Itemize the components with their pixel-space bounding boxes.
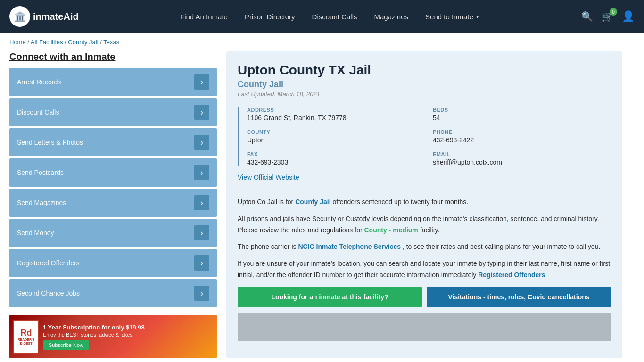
breadcrumb-home[interactable]: Home	[9, 39, 26, 46]
beds-value: 54	[433, 114, 611, 122]
facility-type: County Jail	[238, 80, 611, 90]
sidebar-item-send-postcards[interactable]: Send Postcards ›	[9, 158, 217, 187]
action-buttons: Looking for an inmate at this facility? …	[238, 287, 611, 307]
sidebar-arrow-second-chance-jobs: ›	[194, 286, 209, 301]
header: 🏛️ inmateAid Find An Inmate Prison Direc…	[0, 0, 644, 33]
address-label: ADDRESS	[247, 107, 425, 113]
sidebar-menu: Arrest Records › Discount Calls › Send L…	[9, 68, 217, 307]
ad-subscribe-button[interactable]: Subscribe Now	[43, 340, 89, 350]
breadcrumb-texas[interactable]: Texas	[103, 39, 119, 46]
breadcrumb-all-facilities[interactable]: All Facilities	[31, 39, 63, 46]
email-value: sheriff@upton.cotx.com	[433, 158, 611, 166]
header-actions: 🔍 🛒 0 👤	[581, 10, 635, 23]
description-2: All prisons and jails have Security or C…	[238, 214, 611, 236]
sidebar-arrow-send-magazines: ›	[194, 195, 209, 210]
looking-for-inmate-button[interactable]: Looking for an inmate at this facility?	[238, 287, 422, 307]
sidebar-arrow-arrest-records: ›	[194, 74, 209, 90]
sidebar-item-registered-offenders[interactable]: Registered Offenders ›	[9, 249, 217, 277]
email-label: EMAIL	[433, 151, 611, 157]
sidebar-item-send-magazines[interactable]: Send Magazines ›	[9, 189, 217, 217]
info-divider	[238, 189, 611, 189]
nav-discount-calls[interactable]: Discount Calls	[312, 13, 357, 21]
sidebar-label-send-postcards: Send Postcards	[17, 169, 64, 176]
ad-rd-icon: Rd READER'S DIGEST	[13, 320, 39, 354]
county-medium-link[interactable]: County - medium	[364, 226, 418, 234]
bottom-preview-section	[238, 313, 611, 341]
description-1: Upton Co Jail is for County Jail offende…	[238, 197, 611, 208]
visitations-button[interactable]: Visitations - times, rules, Covid cancel…	[427, 287, 611, 307]
sidebar-label-send-magazines: Send Magazines	[17, 199, 66, 206]
logo[interactable]: 🏛️ inmateAid	[9, 6, 79, 27]
facility-descriptions: Upton Co Jail is for County Jail offende…	[238, 197, 611, 281]
logo-icon: 🏛️	[9, 6, 30, 27]
registered-offenders-link[interactable]: Registered Offenders	[478, 271, 545, 279]
view-official-website-link[interactable]: View Official Website	[238, 173, 299, 181]
address-value: 1106 Grand St, Rankin, TX 79778	[247, 114, 425, 122]
phone-label: PHONE	[433, 129, 611, 135]
main-layout: Connect with an Inmate Arrest Records › …	[0, 51, 632, 362]
nav-find-inmate[interactable]: Find An Inmate	[180, 13, 228, 21]
sidebar-arrow-discount-calls: ›	[194, 105, 209, 120]
breadcrumb: Home / All Facilities / County Jail / Te…	[0, 33, 644, 51]
sidebar-label-registered-offenders: Registered Offenders	[17, 259, 80, 267]
nav-send-to-inmate[interactable]: Send to Inmate ▼	[425, 13, 480, 21]
county-value: Upton	[247, 136, 425, 144]
logo-text: inmateAid	[33, 11, 79, 22]
county-label: COUNTY	[247, 129, 425, 135]
fax-label: FAX	[247, 151, 425, 157]
ncic-link[interactable]: NCIC Inmate Telephone Services	[298, 243, 401, 250]
connect-title: Connect with an Inmate	[9, 51, 217, 62]
main-nav: Find An Inmate Prison Directory Discount…	[88, 13, 572, 21]
ad-subtext: Enjoy the BEST stories, advice & jokes!	[43, 332, 145, 337]
beds-label: BEDS	[433, 107, 611, 113]
ad-text-block: 1 Year Subscription for only $19.98 Enjo…	[43, 324, 145, 350]
facility-content: Upton County TX Jail County Jail Last Up…	[226, 51, 622, 358]
email-block: EMAIL sheriff@upton.cotx.com	[433, 151, 611, 166]
ad-headline: 1 Year Subscription for only $19.98	[43, 324, 145, 331]
sidebar: Connect with an Inmate Arrest Records › …	[9, 51, 217, 358]
description-4: If you are unsure of your inmate's locat…	[238, 258, 611, 281]
sidebar-label-send-letters: Send Letters & Photos	[17, 139, 83, 146]
sidebar-arrow-send-letters: ›	[194, 135, 209, 150]
ad-banner[interactable]: Rd READER'S DIGEST 1 Year Subscription f…	[9, 315, 217, 358]
sidebar-arrow-send-postcards: ›	[194, 165, 209, 180]
description-3: The phone carrier is NCIC Inmate Telepho…	[238, 241, 611, 253]
user-icon[interactable]: 👤	[622, 10, 635, 23]
cart-badge: 0	[610, 8, 617, 16]
sidebar-item-arrest-records[interactable]: Arrest Records ›	[9, 68, 217, 96]
county-block: COUNTY Upton	[247, 129, 425, 144]
address-block: ADDRESS 1106 Grand St, Rankin, TX 79778	[247, 107, 425, 122]
facility-info-grid: ADDRESS 1106 Grand St, Rankin, TX 79778 …	[238, 107, 611, 166]
facility-last-updated: Last Updated: March 18, 2021	[238, 90, 611, 98]
breadcrumb-county-jail[interactable]: County Jail	[68, 39, 98, 46]
phone-value: 432-693-2422	[433, 136, 611, 144]
sidebar-item-discount-calls[interactable]: Discount Calls ›	[9, 98, 217, 126]
sidebar-item-send-letters[interactable]: Send Letters & Photos ›	[9, 128, 217, 156]
sidebar-arrow-registered-offenders: ›	[194, 255, 209, 271]
fax-block: FAX 432-693-2303	[247, 151, 425, 166]
sidebar-arrow-send-money: ›	[194, 225, 209, 240]
sidebar-label-second-chance-jobs: Second Chance Jobs	[17, 289, 80, 297]
cart-button[interactable]: 🛒 0	[602, 11, 613, 22]
nav-prison-directory[interactable]: Prison Directory	[245, 13, 295, 21]
search-icon[interactable]: 🔍	[581, 11, 593, 22]
dropdown-arrow-icon: ▼	[475, 14, 480, 19]
sidebar-label-discount-calls: Discount Calls	[17, 108, 59, 116]
sidebar-item-second-chance-jobs[interactable]: Second Chance Jobs ›	[9, 279, 217, 307]
phone-block: PHONE 432-693-2422	[433, 129, 611, 144]
sidebar-label-arrest-records: Arrest Records	[17, 78, 61, 86]
sidebar-label-send-money: Send Money	[17, 229, 54, 237]
fax-value: 432-693-2303	[247, 158, 425, 166]
sidebar-item-send-money[interactable]: Send Money ›	[9, 219, 217, 247]
beds-block: BEDS 54	[433, 107, 611, 122]
nav-magazines[interactable]: Magazines	[374, 13, 408, 21]
county-jail-link-1[interactable]: County Jail	[295, 198, 330, 206]
facility-title: Upton County TX Jail	[238, 63, 611, 78]
